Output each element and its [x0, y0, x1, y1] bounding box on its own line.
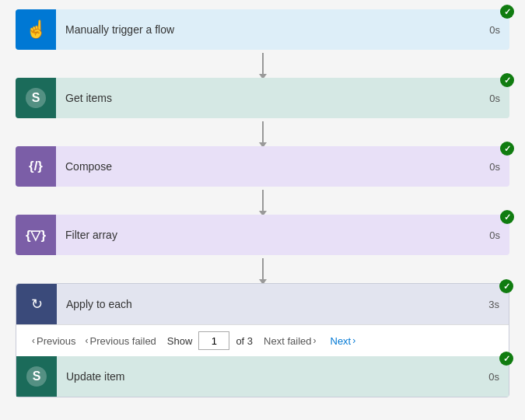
step-filter-array-duration: 0s	[480, 229, 509, 241]
next-failed-button[interactable]: Next failed ›	[261, 334, 319, 348]
arrow-1	[16, 50, 509, 78]
previous-chevron-icon: ‹	[32, 335, 35, 346]
previous-failed-chevron-icon: ‹	[86, 335, 89, 346]
arrow-3	[16, 187, 509, 215]
step-manual-trigger-label: Manually trigger a flow	[56, 23, 480, 36]
next-failed-chevron-icon: ›	[313, 335, 317, 346]
apply-to-each-label: Apply to each	[57, 298, 479, 310]
step-filter-array-label: Filter array	[56, 229, 480, 241]
step-update-item-success	[499, 352, 513, 366]
next-label: Next	[331, 335, 352, 347]
show-label: Show	[167, 335, 193, 347]
previous-failed-button[interactable]: ‹ Previous failed	[82, 334, 159, 348]
step-update-item-icon: S	[16, 356, 57, 397]
step-manual-trigger-duration: 0s	[480, 24, 509, 36]
step-compose-duration: 0s	[480, 161, 509, 173]
step-update-item-duration: 0s	[479, 371, 509, 383]
total-pages: of 3	[236, 335, 253, 347]
next-chevron-icon: ›	[352, 335, 355, 346]
apply-pagination: ‹ Previous ‹ Previous failed Show of 3 N…	[16, 324, 509, 356]
step-get-items-success	[500, 73, 514, 87]
apply-to-each-icon: ↻	[16, 284, 57, 324]
arrow-line-3	[262, 190, 264, 212]
step-get-items-icon: S	[16, 78, 56, 118]
step-filter-array-success	[500, 210, 514, 224]
next-button[interactable]: Next ›	[327, 334, 359, 348]
next-failed-label: Next failed	[264, 335, 311, 347]
step-filter-array: {▽} Filter array 0s	[16, 215, 509, 255]
arrow-2	[16, 118, 509, 146]
apply-to-each-header: ↻ Apply to each 3s	[16, 284, 509, 324]
page-input[interactable]	[198, 331, 229, 350]
sharepoint-icon: S	[26, 88, 46, 108]
previous-label: Previous	[37, 335, 76, 347]
step-filter-array-icon: {▽}	[16, 215, 56, 255]
step-apply-to-each: ↻ Apply to each 3s ‹ Previous ‹ Previous…	[16, 283, 509, 397]
loop-icon: ↻	[31, 296, 43, 313]
arrow-line-4	[262, 258, 264, 280]
filter-braces-icon: {▽}	[26, 227, 46, 243]
flow-container: ☝ Manually trigger a flow 0s S Get items…	[16, 9, 509, 397]
step-update-item: S Update item 0s	[16, 356, 509, 397]
sharepoint-update-icon: S	[26, 366, 47, 387]
step-manual-trigger-icon: ☝	[16, 9, 56, 50]
step-manual-trigger-success	[500, 5, 514, 19]
step-manual-trigger: ☝ Manually trigger a flow 0s	[16, 9, 509, 50]
step-compose-label: Compose	[56, 160, 480, 173]
braces-icon: {/}	[29, 159, 43, 174]
step-update-item-label: Update item	[57, 370, 479, 383]
apply-to-each-duration: 3s	[479, 299, 509, 310]
arrow-line-1	[262, 53, 264, 75]
previous-button[interactable]: ‹ Previous	[29, 334, 79, 348]
step-get-items: S Get items 0s	[16, 78, 509, 118]
step-get-items-label: Get items	[56, 92, 480, 104]
hand-icon: ☝	[26, 19, 47, 40]
arrow-4	[16, 255, 509, 283]
previous-failed-label: Previous failed	[90, 335, 156, 347]
apply-to-each-success	[499, 279, 513, 293]
step-compose: {/} Compose 0s	[16, 146, 509, 187]
step-compose-icon: {/}	[16, 146, 56, 187]
step-compose-success	[500, 142, 514, 156]
step-get-items-duration: 0s	[480, 93, 509, 104]
arrow-line-2	[262, 121, 264, 143]
